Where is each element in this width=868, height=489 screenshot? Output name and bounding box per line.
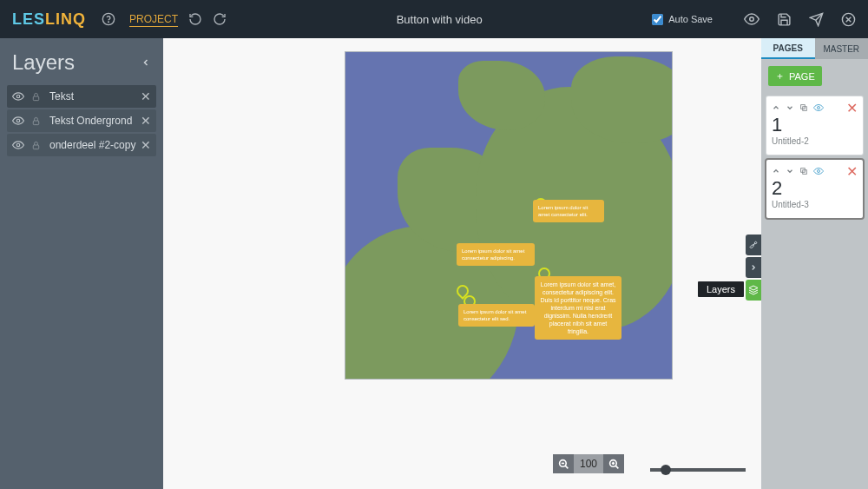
layers-title: Layers xyxy=(12,50,75,75)
project-title: Button with video xyxy=(227,13,652,26)
canvas-area[interactable]: Lorem ipsum dolor sit amet consectetur e… xyxy=(163,38,761,489)
add-page-label: PAGE xyxy=(789,71,815,82)
svg-point-27 xyxy=(818,170,820,173)
svg-point-24 xyxy=(818,107,820,109)
arrow-up-icon[interactable] xyxy=(772,103,780,112)
svg-point-1 xyxy=(108,22,109,23)
arrow-down-icon[interactable] xyxy=(786,103,794,112)
map-bubble-large: Lorem ipsum dolor sit amet, consectetur … xyxy=(535,276,621,340)
collapse-panel-icon[interactable] xyxy=(141,56,151,69)
arrow-down-icon[interactable] xyxy=(786,167,794,175)
right-panel: PAGES MASTER ＋ PAGE ✕ 1 Untitled-2 ✕ 2 U… xyxy=(761,38,868,489)
svg-point-8 xyxy=(16,95,20,98)
plus-icon: ＋ xyxy=(775,69,785,83)
eye-icon[interactable] xyxy=(813,166,824,176)
svg-point-10 xyxy=(16,119,20,122)
save-icon[interactable] xyxy=(777,12,792,27)
layers-panel: Layers Tekst ✕ Tekst Ondergrond ✕ onderd… xyxy=(0,38,163,489)
svg-line-15 xyxy=(565,466,568,468)
zoom-in-button[interactable] xyxy=(603,454,624,473)
delete-layer-icon[interactable]: ✕ xyxy=(141,114,151,128)
preview-icon[interactable] xyxy=(744,11,760,27)
svg-line-18 xyxy=(615,466,618,468)
page-card[interactable]: ✕ 2 Untitled-3 xyxy=(766,160,863,218)
svg-point-12 xyxy=(16,143,20,147)
svg-marker-21 xyxy=(749,286,758,290)
svg-rect-13 xyxy=(33,145,38,149)
tab-master[interactable]: MASTER xyxy=(815,38,869,59)
app-logo: LESLINQ xyxy=(12,10,86,29)
duplicate-icon[interactable] xyxy=(799,167,808,175)
map-bubble: Lorem ipsum dolor sit amet consectetur a… xyxy=(457,243,535,266)
layers-tool-icon[interactable] xyxy=(746,280,761,301)
zoom-value: 100 xyxy=(574,454,603,473)
svg-point-0 xyxy=(102,13,114,24)
layer-row[interactable]: Tekst ✕ xyxy=(7,85,156,108)
page-title: Untitled-3 xyxy=(772,200,858,209)
lock-icon[interactable] xyxy=(31,141,41,150)
canvas-page[interactable]: Lorem ipsum dolor sit amet consectetur e… xyxy=(345,52,672,379)
zoom-out-button[interactable] xyxy=(553,454,574,473)
svg-rect-11 xyxy=(33,121,38,125)
redo-icon[interactable] xyxy=(213,12,227,26)
eye-icon[interactable] xyxy=(12,139,24,151)
lock-icon[interactable] xyxy=(31,92,41,102)
lock-icon[interactable] xyxy=(31,116,41,126)
autosave-toggle[interactable]: Auto Save xyxy=(652,14,713,25)
add-page-button[interactable]: ＋ PAGE xyxy=(768,66,822,86)
eye-icon[interactable] xyxy=(12,115,24,127)
close-icon[interactable] xyxy=(841,12,856,27)
map-bubble: Lorem ipsum dolor sit amet consectetur e… xyxy=(458,304,535,327)
page-title: Untitled-2 xyxy=(772,136,858,146)
undo-icon[interactable] xyxy=(188,12,202,26)
zoom-slider[interactable] xyxy=(650,468,746,472)
project-link[interactable]: PROJECT xyxy=(129,13,178,25)
layer-row[interactable]: onderdeel #2-copy ✕ xyxy=(7,134,156,156)
autosave-label: Auto Save xyxy=(668,14,713,24)
layers-tooltip: Layers xyxy=(698,281,744,297)
page-card[interactable]: ✕ 1 Untitled-2 xyxy=(766,96,863,155)
duplicate-icon[interactable] xyxy=(799,103,808,112)
layer-row[interactable]: Tekst Ondergrond ✕ xyxy=(7,109,156,132)
svg-rect-9 xyxy=(33,96,38,101)
autosave-checkbox[interactable] xyxy=(652,14,663,25)
expand-right-icon[interactable] xyxy=(746,257,761,278)
eye-icon[interactable] xyxy=(12,90,24,102)
layer-name: Tekst Ondergrond xyxy=(49,115,141,127)
delete-page-icon[interactable]: ✕ xyxy=(846,100,858,116)
arrow-up-icon[interactable] xyxy=(772,167,780,175)
help-icon[interactable] xyxy=(102,12,115,26)
tool-wrench-icon[interactable] xyxy=(746,235,761,255)
layer-name: Tekst xyxy=(49,90,141,102)
page-number: 1 xyxy=(772,116,858,135)
publish-icon[interactable] xyxy=(809,12,824,27)
eye-icon[interactable] xyxy=(813,102,824,113)
delete-layer-icon[interactable]: ✕ xyxy=(141,89,151,103)
tab-pages[interactable]: PAGES xyxy=(761,38,815,59)
layer-name: onderdeel #2-copy xyxy=(49,139,141,151)
zoom-slider-knob[interactable] xyxy=(661,465,671,475)
delete-page-icon[interactable]: ✕ xyxy=(846,163,858,180)
page-number: 2 xyxy=(772,179,858,198)
svg-point-2 xyxy=(750,17,754,22)
map-bubble: Lorem ipsum dolor sit amet consectetur e… xyxy=(533,200,604,222)
delete-layer-icon[interactable]: ✕ xyxy=(141,138,151,152)
